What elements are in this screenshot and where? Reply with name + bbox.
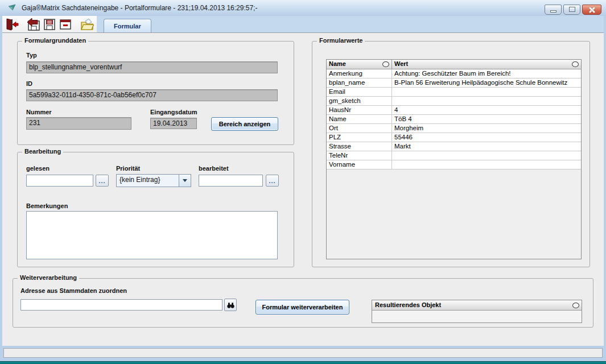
adresse-label: Adresse aus Stammdaten zuordnen	[20, 287, 127, 294]
wert-cell[interactable]: Markt	[392, 142, 581, 151]
filter-ellipse-icon[interactable]	[572, 303, 579, 308]
bearbeitet-input[interactable]	[199, 175, 263, 187]
filter-ellipse-icon[interactable]	[572, 61, 579, 67]
table-row[interactable]: Ort Morgheim	[327, 124, 581, 133]
save-button[interactable]	[42, 16, 57, 32]
remove-button[interactable]	[57, 16, 73, 32]
filter-ellipse-icon[interactable]	[382, 61, 389, 67]
app-icon	[7, 3, 17, 13]
exit-door-icon	[5, 17, 19, 32]
binoculars-icon	[226, 301, 235, 309]
gelesen-browse-button[interactable]: ...	[96, 175, 109, 187]
table-row[interactable]: Name TöB 4	[327, 115, 581, 124]
formularwerte-rows: Anmerkung Achtung: Geschützter Baum im B…	[327, 69, 581, 169]
resultierendes-objekt-header[interactable]: Resultierendes Objekt	[372, 300, 582, 311]
name-cell[interactable]: TeleNr	[327, 151, 392, 160]
maximize-icon	[569, 7, 575, 12]
wert-cell[interactable]: Achtung: Geschützter Baum im Bereich!	[392, 69, 581, 78]
bearbeitet-label: bearbeitet	[199, 165, 229, 172]
name-cell[interactable]: gm_sketch	[327, 97, 392, 105]
name-cell[interactable]: Ort	[327, 124, 392, 133]
table-row[interactable]: gm_sketch	[327, 97, 581, 106]
bemerkungen-textarea[interactable]	[26, 211, 278, 259]
wert-cell[interactable]: Morgheim	[392, 124, 581, 133]
maximize-button[interactable]	[563, 5, 580, 15]
nummer-label: Nummer	[26, 109, 52, 115]
wert-cell[interactable]	[392, 88, 581, 96]
group-title: Formulargrunddaten	[22, 37, 88, 44]
resultierendes-objekt-empty-row	[372, 311, 582, 322]
wert-cell[interactable]: 55446	[392, 133, 581, 142]
table-row[interactable]: HausNr 4	[327, 106, 581, 115]
toolbar-row: Formular	[2, 16, 604, 33]
prioritaet-label: Priorität	[116, 165, 140, 172]
group-weiterverarbeitung: Weiterverarbeitung Adresse aus Stammdate…	[13, 278, 593, 328]
close-icon	[588, 6, 595, 13]
name-cell[interactable]: Name	[327, 115, 392, 123]
group-title: Weiterverarbeitung	[18, 274, 79, 281]
name-cell[interactable]: Email	[327, 88, 392, 96]
table-row[interactable]: Email	[327, 88, 581, 97]
id-field: 5a599a32-011d-4350-871c-0ab56ef0c707	[26, 89, 278, 101]
resultierendes-objekt-table: Resultierendes Objekt	[372, 300, 582, 323]
group-title: Bearbeitung	[22, 148, 63, 155]
titlebar: Gaja®Matrix Sachdateneingabe - Portalfor…	[0, 0, 606, 16]
toolbar	[2, 16, 97, 32]
typ-label: Typ	[26, 52, 37, 59]
wert-cell[interactable]: TöB 4	[392, 115, 581, 123]
wert-cell[interactable]	[392, 151, 581, 160]
eingangsdatum-field: 19.04.2013	[150, 118, 197, 129]
name-cell[interactable]: HausNr	[327, 106, 392, 114]
name-cell[interactable]: Strasse	[327, 142, 392, 151]
name-cell[interactable]: Vorname	[327, 160, 392, 169]
typ-field: blp_stellungnahme_vorentwurf	[26, 61, 278, 73]
minimize-button[interactable]	[545, 5, 562, 15]
table-row[interactable]: bplan_name B-Plan 56 Erweiterung Heilpäd…	[327, 78, 581, 88]
formular-weiterverarbeiten-button[interactable]: Formular weiterverarbeiten	[255, 300, 349, 315]
save-icon	[42, 17, 57, 32]
bearbeitet-browse-button[interactable]: ...	[266, 175, 279, 187]
table-row[interactable]: TeleNr	[327, 151, 581, 160]
wert-cell[interactable]	[392, 97, 581, 105]
bottom-edge-strip	[0, 361, 606, 364]
wert-cell[interactable]: 4	[392, 106, 581, 114]
form-content: Formulargrunddaten Typ blp_stellungnahme…	[2, 33, 604, 346]
wert-cell[interactable]: B-Plan 56 Erweiterung Heilpädagogische S…	[392, 78, 581, 87]
name-cell[interactable]: Anmerkung	[327, 69, 392, 78]
group-formulargrunddaten: Formulargrunddaten Typ blp_stellungnahme…	[17, 41, 294, 145]
table-row[interactable]: PLZ 55446	[327, 133, 581, 142]
bereich-anzeigen-button[interactable]: Bereich anzeigen	[211, 117, 278, 131]
column-header-name[interactable]: Name	[327, 60, 392, 69]
name-cell[interactable]: bplan_name	[327, 78, 392, 87]
status-bar	[3, 348, 603, 358]
group-bearbeitung: Bearbeitung gelesen ... Priorität {kein …	[17, 152, 294, 267]
column-header-wert[interactable]: Wert	[392, 60, 581, 69]
window-title: Gaja®Matrix Sachdateneingabe - Portalfor…	[22, 4, 257, 12]
adresse-input[interactable]	[20, 299, 222, 311]
save-back-icon	[26, 17, 41, 32]
dropdown-button[interactable]	[179, 175, 191, 187]
table-row[interactable]: Strasse Markt	[327, 142, 581, 151]
formularwerte-table: Name Wert Anmerkung Achtung: Geschützter…	[326, 59, 582, 259]
close-button[interactable]	[582, 5, 601, 15]
prioritaet-value: {kein Eintrag}	[117, 175, 179, 187]
chevron-down-icon	[183, 179, 187, 182]
gelesen-input[interactable]	[26, 175, 93, 187]
prioritaet-dropdown[interactable]: {kein Eintrag}	[116, 174, 191, 187]
save-back-button[interactable]	[25, 16, 41, 32]
gelesen-label: gelesen	[26, 165, 50, 172]
group-title: Formularwerte	[317, 37, 365, 44]
open-folder-icon	[80, 17, 94, 32]
name-cell[interactable]: PLZ	[327, 133, 392, 142]
id-label: ID	[26, 80, 32, 87]
tab-formular[interactable]: Formular	[104, 19, 151, 32]
adresse-search-button[interactable]	[224, 299, 237, 311]
tab-strip: Formular	[97, 16, 604, 32]
table-row[interactable]: Vorname	[327, 160, 581, 169]
bemerkungen-label: Bemerkungen	[26, 202, 68, 209]
exit-button[interactable]	[4, 16, 20, 32]
table-row[interactable]: Anmerkung Achtung: Geschützter Baum im B…	[327, 69, 581, 78]
wert-cell[interactable]	[392, 160, 581, 169]
open-button[interactable]	[79, 16, 95, 32]
minimize-icon	[550, 10, 556, 13]
